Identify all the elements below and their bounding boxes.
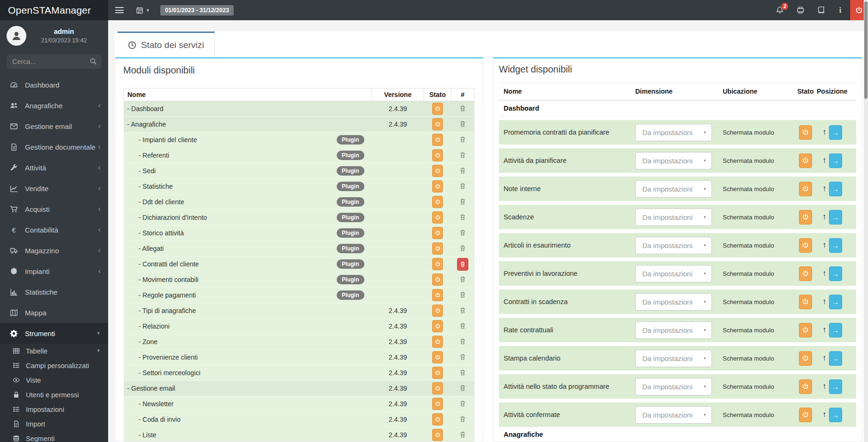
- scrollbar[interactable]: [864, 0, 868, 442]
- toggle-module-button[interactable]: [432, 398, 443, 410]
- print-button[interactable]: [797, 6, 805, 14]
- move-up-icon[interactable]: ↑: [822, 241, 827, 250]
- toggle-module-button[interactable]: [432, 413, 443, 426]
- sidebar-item-magazzino[interactable]: Magazzino‹: [0, 240, 108, 261]
- toggle-widget-button[interactable]: [799, 379, 812, 394]
- app-logo[interactable]: OpenSTAManager: [0, 0, 108, 20]
- date-range-badge[interactable]: 01/01/2023 - 31/12/2023: [160, 5, 234, 16]
- sidebar-item-acquisti[interactable]: Acquisti‹: [0, 199, 108, 219]
- move-widget-button[interactable]: →: [829, 125, 842, 140]
- sidebar-item-contabilit[interactable]: €Contabilità‹: [0, 219, 108, 240]
- toggle-module-button[interactable]: [432, 367, 443, 379]
- toggle-module-button[interactable]: [432, 336, 443, 348]
- toggle-widget-button[interactable]: [799, 210, 812, 225]
- move-widget-button[interactable]: →: [829, 210, 842, 225]
- move-up-icon[interactable]: ↑: [822, 184, 827, 193]
- move-up-icon[interactable]: ↑: [822, 156, 827, 165]
- dimension-select[interactable]: Da impostazioni ▼: [635, 152, 712, 169]
- toggle-widget-button[interactable]: [799, 323, 812, 338]
- delete-module-icon[interactable]: [459, 214, 466, 220]
- sidebar-item-attivit[interactable]: Attività‹: [0, 157, 108, 178]
- move-up-icon[interactable]: ↑: [822, 354, 827, 363]
- delete-module-icon[interactable]: [459, 183, 466, 189]
- dimension-select[interactable]: Da impostazioni ▼: [635, 124, 712, 141]
- sidebar-subitem-utenti-e-permessi[interactable]: Utenti e permessi: [0, 387, 108, 402]
- toggle-module-button[interactable]: [432, 320, 443, 332]
- sidebar-item-strumenti[interactable]: Strumenti▼: [0, 323, 108, 344]
- move-up-icon[interactable]: ↑: [822, 212, 827, 222]
- toggle-module-button[interactable]: [432, 242, 443, 255]
- search-input[interactable]: [7, 54, 102, 69]
- move-up-icon[interactable]: ↑: [822, 410, 827, 419]
- sidebar-item-dashboard[interactable]: Dashboard: [0, 74, 108, 95]
- toggle-module-button[interactable]: [432, 196, 443, 208]
- sidebar-subitem-viste[interactable]: Viste: [0, 373, 108, 387]
- dimension-select[interactable]: Da impostazioni ▼: [635, 265, 712, 282]
- delete-module-icon[interactable]: [459, 416, 466, 422]
- toggle-module-button[interactable]: [432, 103, 443, 115]
- delete-module-icon[interactable]: [459, 229, 466, 236]
- delete-module-icon[interactable]: [459, 322, 466, 329]
- delete-module-icon[interactable]: [459, 369, 466, 376]
- dimension-select[interactable]: Da impostazioni ▼: [635, 237, 712, 254]
- delete-module-button[interactable]: [457, 258, 468, 271]
- move-up-icon[interactable]: ↑: [822, 269, 827, 278]
- dimension-select[interactable]: Da impostazioni ▼: [635, 180, 712, 198]
- delete-module-icon[interactable]: [459, 105, 466, 112]
- toggle-widget-button[interactable]: [799, 408, 812, 422]
- toggle-module-button[interactable]: [432, 429, 443, 441]
- dimension-select[interactable]: Da impostazioni ▼: [635, 321, 712, 339]
- toggle-widget-button[interactable]: [799, 153, 812, 168]
- toggle-module-button[interactable]: [432, 118, 443, 130]
- toggle-widget-button[interactable]: [799, 295, 812, 309]
- delete-module-icon[interactable]: [459, 121, 466, 127]
- delete-module-icon[interactable]: [459, 198, 466, 205]
- dimension-select[interactable]: Da impostazioni ▼: [635, 378, 712, 395]
- sidebar-item-vendite[interactable]: Vendite‹: [0, 178, 108, 199]
- notifications-button[interactable]: 2: [776, 6, 784, 14]
- toggle-module-button[interactable]: [432, 273, 443, 286]
- move-widget-button[interactable]: →: [829, 323, 842, 338]
- toggle-widget-button[interactable]: [799, 182, 812, 196]
- delete-module-icon[interactable]: [459, 307, 466, 313]
- delete-module-icon[interactable]: [459, 400, 466, 407]
- move-widget-button[interactable]: →: [829, 351, 842, 366]
- toggle-widget-button[interactable]: [799, 266, 812, 281]
- delete-module-icon[interactable]: [459, 167, 466, 174]
- delete-module-icon[interactable]: [459, 354, 466, 360]
- dimension-select[interactable]: Da impostazioni ▼: [635, 209, 712, 226]
- toggle-module-button[interactable]: [432, 227, 443, 239]
- move-up-icon[interactable]: ↑: [822, 297, 827, 306]
- move-up-icon[interactable]: ↑: [822, 382, 827, 391]
- tab-stato-dei-servizi[interactable]: Stato dei servizi: [118, 32, 215, 57]
- delete-module-icon[interactable]: [459, 245, 466, 251]
- move-up-icon[interactable]: ↑: [822, 128, 827, 137]
- toggle-module-button[interactable]: [432, 211, 443, 224]
- dimension-select[interactable]: Da impostazioni ▼: [635, 350, 712, 367]
- move-widget-button[interactable]: →: [829, 182, 842, 196]
- sidebar-item-gestione-documentale[interactable]: Gestione documentale‹: [0, 137, 108, 157]
- sidebar-subitem-campi-personalizzati[interactable]: Campi personalizzati: [0, 358, 108, 373]
- move-up-icon[interactable]: ↑: [822, 325, 827, 335]
- delete-module-icon[interactable]: [459, 431, 466, 438]
- scrollbar-thumb[interactable]: [864, 1, 868, 99]
- delete-module-icon[interactable]: [459, 385, 466, 391]
- toggle-widget-button[interactable]: [799, 125, 812, 140]
- toggle-module-button[interactable]: [432, 134, 443, 146]
- toggle-module-button[interactable]: [432, 382, 443, 394]
- sidebar-subitem-import[interactable]: Import: [0, 417, 108, 431]
- toggle-module-button[interactable]: [432, 289, 443, 301]
- sidebar-subitem-impostazioni[interactable]: Impostazioni: [0, 402, 108, 417]
- move-widget-button[interactable]: →: [829, 295, 842, 309]
- delete-module-icon[interactable]: [459, 291, 466, 298]
- delete-module-icon[interactable]: [459, 152, 466, 158]
- toggle-module-button[interactable]: [432, 180, 443, 193]
- dimension-select[interactable]: Da impostazioni ▼: [635, 293, 712, 311]
- move-widget-button[interactable]: →: [829, 266, 842, 281]
- sidebar-item-impianti[interactable]: Impianti‹: [0, 261, 108, 281]
- sidebar-subitem-tabelle[interactable]: Tabelle▼: [0, 344, 108, 358]
- docs-button[interactable]: [817, 6, 825, 14]
- delete-module-icon[interactable]: [459, 136, 466, 143]
- delete-module-icon[interactable]: [459, 338, 466, 345]
- sidebar-item-mappa[interactable]: Mappa: [0, 302, 108, 323]
